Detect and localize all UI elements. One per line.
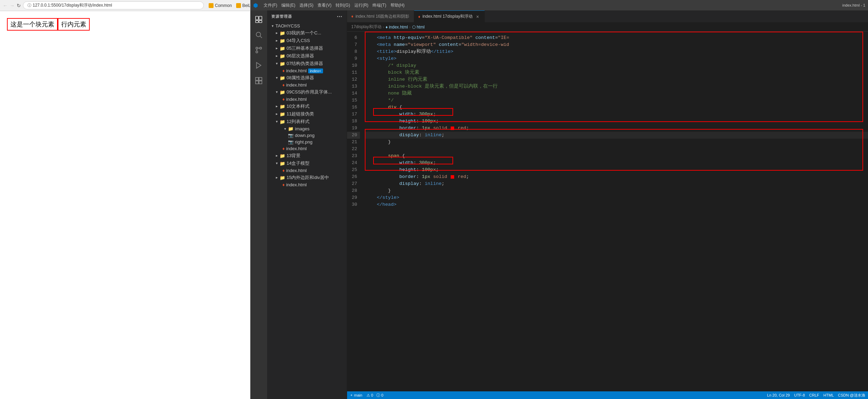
bookmark-beili[interactable]: BeiLi: [236, 3, 250, 8]
menu-terminal[interactable]: 终端(T): [372, 2, 386, 8]
menu-help[interactable]: 帮助(H): [391, 2, 405, 8]
tree-item-14-index[interactable]: ♦ index.html: [267, 167, 347, 174]
tree-item-07[interactable]: ▼ 📁 07结构伪类选择器: [267, 60, 347, 67]
tree-item-13[interactable]: ► 📁 13背景: [267, 152, 347, 160]
svg-point-7: [260, 47, 262, 49]
file-right-label: right.png: [295, 139, 313, 145]
tab-17[interactable]: ♦ index.html 17display和浮动 ×: [414, 10, 485, 22]
code-line-26: border: 1px solid red;: [365, 173, 868, 180]
tab-16[interactable]: ♦ index.html 16圆角边框和阴影: [347, 10, 414, 22]
browser-preview: ← → ↻ ⓘ 127.0.0.1:5500/17display和浮动/inde…: [0, 0, 250, 399]
sidebar: 资源管理器 ⋯ ▼ TAOHYCSS ► 📁 03我的第一个C...: [267, 10, 347, 399]
window-title: index.html - 1: [842, 3, 865, 7]
tree-item-10[interactable]: ► 📁 10文本样式: [267, 103, 347, 110]
tree-item-12-index[interactable]: ♦ index.html: [267, 145, 347, 152]
file-down-label: down.png: [295, 133, 314, 138]
sidebar-more-button[interactable]: ⋯: [337, 13, 343, 20]
status-csdn: CSDN @涟水渔: [838, 393, 865, 397]
code-line-23: span {: [365, 153, 868, 160]
tree-item-08-index[interactable]: ♦ index.html: [267, 82, 347, 88]
svg-rect-10: [256, 78, 258, 80]
activity-debug[interactable]: [252, 59, 265, 72]
code-line-6: <meta http-equiv="X-UA-Compatible" conte…: [365, 34, 868, 41]
code-content[interactable]: <meta http-equiv="X-UA-Compatible" conte…: [363, 32, 868, 391]
preview-content: 这是一个块元素行内元素: [0, 11, 250, 399]
folder-08-label: 08属性选择器: [287, 75, 314, 81]
inline-element-preview: 行内元素: [58, 18, 90, 31]
vscode-icon: ⬢: [253, 2, 258, 9]
tree-item-15-index[interactable]: ♦ index.html: [267, 181, 347, 188]
file-15-index-label: index.html: [286, 182, 307, 187]
code-line-19: border: 1px solid red;: [365, 125, 868, 132]
svg-marker-9: [257, 63, 261, 68]
tree-item-11[interactable]: ► 📁 11超链接伪类: [267, 110, 347, 118]
tree-item-12[interactable]: ▼ 📁 12列表样式: [267, 118, 347, 125]
tree-item-09-index[interactable]: ♦ index.html: [267, 96, 347, 103]
menu-goto[interactable]: 转到(G): [336, 2, 350, 8]
status-errors: ⚠ 0 ⓘ 0: [367, 393, 384, 398]
code-line-15: */: [365, 97, 868, 104]
file-08-index-label: index.html: [286, 82, 307, 88]
tab-17-close[interactable]: ×: [475, 14, 480, 19]
breadcrumb-file: ♦ index.html: [386, 25, 408, 30]
tree-root[interactable]: ▼ TAOHYCSS: [267, 23, 347, 29]
block-element-preview: 这是一个块元素: [7, 18, 58, 31]
tree-item-09[interactable]: ▼ 📁 09CSS的作用及字体...: [267, 88, 347, 96]
folder-13-label: 13背景: [287, 153, 300, 159]
menu-run[interactable]: 运行(R): [354, 2, 369, 8]
file-07-index-label: index.html: [286, 68, 307, 73]
status-line-ending: CRLF: [809, 393, 819, 397]
activity-search[interactable]: [252, 28, 265, 41]
svg-rect-13: [259, 81, 262, 84]
editor-tabs: ♦ index.html 16圆角边框和阴影 ♦ index.html 17di…: [347, 10, 868, 23]
folder-04-label: 04导入CSS: [287, 38, 310, 44]
editor-area: ♦ index.html 16圆角边框和阴影 ♦ index.html 17di…: [347, 10, 868, 399]
folder-12-label: 12列表样式: [287, 119, 310, 125]
status-right: Ln 20, Col 29 UTF-8 CRLF HTML CSDN @涟水渔: [767, 393, 865, 398]
code-line-30: </head>: [365, 201, 868, 208]
tree-item-05[interactable]: ► 📁 05三种基本选择器: [267, 44, 347, 52]
activity-extensions[interactable]: [252, 74, 265, 87]
code-line-8: <title>display和浮动</title>: [365, 48, 868, 55]
code-line-22: [365, 146, 868, 153]
code-line-27: display: inline;: [365, 180, 868, 187]
folder-06-label: 06层次选择器: [287, 53, 314, 59]
code-editor[interactable]: 6 7 8 9 10 11 12 13 14 15 16 17 18 19: [347, 32, 868, 391]
breadcrumb-folder: 17display和浮动: [351, 24, 381, 30]
menu-edit[interactable]: 编辑(E): [281, 2, 295, 8]
back-button[interactable]: ←: [3, 2, 8, 9]
breadcrumb-element: ⬡ html: [412, 25, 425, 30]
tree-item-15[interactable]: ► 📁 15内外边距和div居中: [267, 174, 347, 181]
tree-item-14[interactable]: ▼ 📁 14盒子模型: [267, 160, 347, 167]
menu-select[interactable]: 选择(S): [299, 2, 313, 8]
code-line-21: }: [365, 139, 868, 146]
menu-view[interactable]: 查看(V): [318, 2, 331, 8]
svg-point-8: [256, 47, 258, 49]
tree-item-03[interactable]: ► 📁 03我的第一个C...: [267, 29, 347, 37]
code-line-24: width: 300px;: [365, 160, 868, 166]
svg-line-5: [260, 36, 262, 38]
activity-source-control[interactable]: [252, 44, 265, 56]
file-12-index-label: index.html: [286, 146, 307, 151]
forward-button[interactable]: →: [10, 2, 15, 9]
tree-item-04[interactable]: ► 📁 04导入CSS: [267, 37, 347, 44]
tree-item-07-index[interactable]: ♦ index.html index<: [267, 67, 347, 74]
tree-item-right[interactable]: 📷 right.png: [267, 139, 347, 145]
address-bar[interactable]: ⓘ 127.0.0.1:5500/17display和浮动/index.html: [23, 1, 204, 9]
tree-item-down[interactable]: 📷 down.png: [267, 132, 347, 139]
bookmark-common[interactable]: Common: [209, 3, 232, 8]
browser-bar: ← → ↻ ⓘ 127.0.0.1:5500/17display和浮动/inde…: [0, 0, 250, 11]
url-text: 127.0.0.1:5500/17display和浮动/index.html: [33, 2, 112, 8]
tab-16-label: index.html 16圆角边框和阴影: [355, 14, 409, 19]
tree-item-12-images[interactable]: ▼ 📁 images: [267, 125, 347, 132]
status-bar: ⚬ main ⚠ 0 ⓘ 0 Ln 20, Col 29 UTF-8 CRLF …: [347, 391, 868, 399]
svg-rect-11: [259, 78, 262, 80]
menu-file[interactable]: 文件(F): [264, 2, 277, 8]
vscode-titlebar: ⬢ 文件(F) 编辑(E) 选择(S) 查看(V) 转到(G) 运行(R) 终端…: [250, 0, 868, 10]
refresh-button[interactable]: ↻: [17, 2, 21, 9]
tree-item-08[interactable]: ▼ 📁 08属性选择器: [267, 74, 347, 82]
sidebar-header: 资源管理器 ⋯: [267, 10, 347, 23]
tree-item-06[interactable]: ► 📁 06层次选择器: [267, 52, 347, 60]
code-line-9: <style>: [365, 55, 868, 62]
activity-explorer[interactable]: [252, 13, 265, 26]
